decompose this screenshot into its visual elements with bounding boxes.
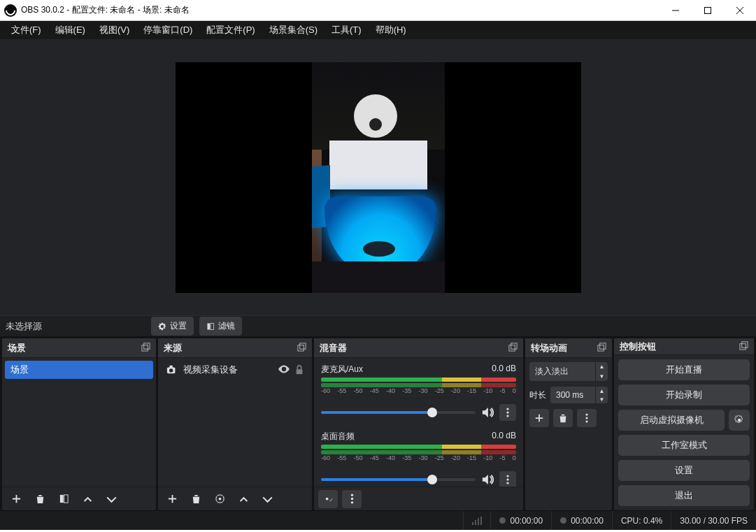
record-dot-icon [560,517,566,524]
svg-point-31 [585,420,587,422]
svg-point-25 [350,498,352,500]
svg-point-26 [350,501,352,503]
network-status [463,511,490,530]
channel-name: 麦克风/Aux [321,364,363,375]
move-down-button[interactable] [101,490,121,508]
select-spin[interactable]: ▲▼ [595,362,608,381]
preview-area[interactable] [0,39,756,315]
menu-edit[interactable]: 编辑(E) [48,22,92,38]
svg-rect-12 [169,366,172,368]
svg-rect-1 [705,7,711,13]
volume-slider[interactable] [321,411,476,414]
svg-rect-37 [478,518,479,525]
popout-icon[interactable] [141,343,150,354]
dots-vertical-icon [347,494,357,504]
svg-rect-33 [742,341,748,347]
source-item[interactable]: 视频采集设备 [161,361,309,379]
source-filters-button[interactable]: 滤镜 [199,317,242,336]
volume-slider[interactable] [321,478,476,481]
dock-row: 场景 场景 来源 视频采集设备 [0,336,756,510]
svg-rect-2 [208,323,211,329]
add-transition-button[interactable] [529,409,549,427]
scene-filters-button[interactable] [54,490,73,508]
mixer-channel: 桌面音频 0.0 dB -60-55-50-45-40-35-30-25-20-… [321,431,516,487]
source-properties-button[interactable] [210,490,229,508]
remove-source-button[interactable] [186,490,206,508]
exit-button[interactable]: 退出 [618,485,750,506]
plus-icon [534,413,544,423]
close-button[interactable] [724,0,756,21]
menu-view[interactable]: 视图(V) [92,22,136,38]
svg-point-30 [585,417,587,419]
stream-time: 00:00:00 [490,511,551,530]
dock-transitions: 转场动画 淡入淡出 ▲▼ 时长 300 ms ▲▼ [525,338,612,510]
settings-button[interactable]: 设置 [618,460,750,481]
lock-icon[interactable] [295,365,304,375]
scene-item[interactable]: 场景 [5,361,153,379]
source-toolbar: 未选择源 设置 滤镜 [0,315,756,336]
svg-rect-5 [144,343,150,348]
chevron-down-icon [262,494,273,504]
svg-point-20 [506,475,508,477]
transition-select[interactable]: 淡入淡出 ▲▼ [529,362,608,381]
record-time: 00:00:00 [551,511,612,530]
channel-level: 0.0 dB [492,364,516,375]
add-source-button[interactable] [162,490,182,508]
move-up-button[interactable] [78,490,97,508]
channel-menu-button[interactable] [499,471,516,487]
dock-title: 场景 [8,342,26,354]
eye-icon[interactable] [278,365,290,373]
preview-content [312,62,445,293]
speaker-icon[interactable] [481,407,494,418]
svg-point-17 [506,408,508,410]
window-title: OBS 30.0.2 - 配置文件: 未命名 - 场景: 未命名 [21,4,659,16]
popout-icon[interactable] [508,343,518,354]
gear-icon [734,415,744,425]
svg-point-14 [218,498,221,501]
fps-counter: 30.00 / 30.00 FPS [671,511,756,530]
svg-point-11 [169,368,173,372]
duration-input[interactable]: 300 ms ▲▼ [550,387,608,403]
app-icon [4,4,17,17]
remove-transition-button[interactable] [553,409,573,427]
vcam-settings-button[interactable] [729,410,750,431]
preview-canvas[interactable] [176,62,581,293]
move-up-button[interactable] [234,490,253,508]
mixer-menu-button[interactable] [342,490,362,508]
popout-icon[interactable] [297,343,306,354]
studio-mode-button[interactable]: 工作室模式 [618,435,750,456]
dots-vertical-icon [506,475,509,484]
menu-help[interactable]: 帮助(H) [369,22,413,38]
start-stream-button[interactable]: 开始直播 [618,359,750,380]
start-vcam-button[interactable]: 启动虚拟摄像机 [618,410,725,431]
plus-icon [11,494,22,504]
gear-icon [158,322,166,331]
popout-icon[interactable] [739,341,748,352]
svg-point-21 [506,478,508,480]
mixer-settings-button[interactable] [318,490,338,508]
menu-profile[interactable]: 配置文件(P) [199,22,262,38]
duration-label: 时长 [529,389,546,401]
menu-bar: 文件(F) 编辑(E) 视图(V) 停靠窗口(D) 配置文件(P) 场景集合(S… [0,21,756,39]
menu-docks[interactable]: 停靠窗口(D) [136,22,199,38]
popout-icon[interactable] [597,343,606,354]
start-record-button[interactable]: 开始录制 [618,384,750,405]
menu-scenecol[interactable]: 场景集合(S) [262,22,324,38]
channel-menu-button[interactable] [499,404,516,421]
dock-scenes: 场景 场景 [2,338,156,510]
menu-tools[interactable]: 工具(T) [324,22,369,38]
svg-rect-9 [300,343,306,348]
remove-scene-button[interactable] [30,490,50,508]
menu-file[interactable]: 文件(F) [4,22,48,38]
transition-menu-button[interactable] [577,409,597,427]
svg-rect-13 [297,369,303,374]
source-settings-button[interactable]: 设置 [151,317,194,336]
maximize-button[interactable] [692,0,724,21]
chevron-up-icon [238,494,249,504]
minimize-button[interactable] [659,0,692,21]
add-scene-button[interactable] [6,490,26,508]
speaker-icon[interactable] [481,474,494,485]
svg-point-22 [506,482,508,484]
audio-meter: -60-55-50-45-40-35-30-25-20-15-10-50 [321,378,516,391]
move-down-button[interactable] [257,490,277,508]
